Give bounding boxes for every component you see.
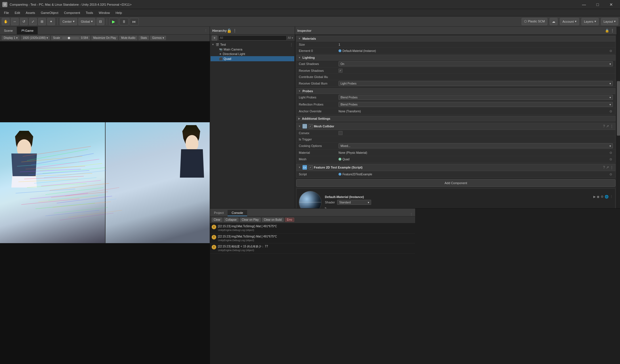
anchor-override-btn[interactable]: ⊙ [608,109,613,113]
project-tab[interactable]: Project [210,210,228,216]
mesh-collider-checkbox[interactable]: ✓ [309,124,313,128]
mesh-collider-expand-btn[interactable]: ↗ [606,124,609,128]
menu-component[interactable]: Component [61,10,83,16]
feature2d-header[interactable]: ▼ C# ✓ Feature 2D Test Example (Script) … [296,164,615,171]
convex-checkbox[interactable] [339,131,342,135]
material-eye-btn[interactable]: ◉ [597,195,600,199]
material-gear-btn[interactable]: ⚙ [601,195,604,199]
material-menu-btn[interactable]: ⋮ [610,195,613,199]
feature2d-expand-btn[interactable]: ↗ [606,165,609,169]
receive-shadows-checkbox[interactable]: ✓ [339,69,342,73]
menu-edit[interactable]: Edit [12,10,23,16]
light-probes-dropdown[interactable]: Blend Probes ▾ [339,95,613,100]
hierarchy-scene-root[interactable]: ▼ 🎬 Test ⋮ [211,42,294,47]
hierarchy-options-icon[interactable]: ⋮ [233,28,237,33]
minimize-button[interactable]: — [577,0,590,9]
hand-tool[interactable]: ✋ [2,18,10,25]
feature2d-menu-btn[interactable]: ⋮ [610,165,613,169]
scene-tab[interactable]: Scene [0,27,17,35]
log-entry-1[interactable]: ! [22:15:23] img1Mat.ToString() Mat [ 49… [210,223,415,233]
material-globe-btn[interactable]: 🌐 [605,195,609,199]
play-button[interactable]: ▶ [109,18,118,25]
viewport-options[interactable]: ⋮ [202,29,210,32]
maximize-on-play-btn[interactable]: Maximize On Play [91,36,118,40]
quad-menu-btn[interactable]: ⋮ [290,57,293,61]
scale-control[interactable]: Scale 0.584 [51,36,90,40]
shader-dropdown[interactable]: Standard ▾ [337,200,371,205]
collapse-btn[interactable]: Collapse [224,218,239,222]
material-play-btn[interactable]: ▶ [593,195,596,199]
transform-tool[interactable]: ✦ [47,18,55,25]
console-tab[interactable]: Console [228,210,247,216]
scene-name: Test [220,43,226,46]
feature2d-checkbox[interactable]: ✓ [309,165,313,169]
resolution-dropdown[interactable]: 1920 (1920x1080) ▾ [21,36,50,40]
menu-gameobject[interactable]: GameObject [38,10,61,16]
element0-select-btn[interactable]: ⊙ [608,49,613,53]
plastic-scm-button[interactable]: ⬡ Plastic SCM [522,18,547,25]
close-button[interactable]: ✕ [605,0,618,9]
rotate-tool[interactable]: ↺ [20,18,28,25]
layout-dropdown[interactable]: Layout ▾ [601,18,618,25]
layers-dropdown[interactable]: Layers ▾ [581,18,599,25]
hierarchy-item-camera[interactable]: 📷 Main Camera [211,47,294,52]
log-entry-2[interactable]: ! [22:15:23] img2Mat.ToString() Mat [ 49… [210,233,415,244]
menu-help[interactable]: Help [113,10,125,16]
console-tab-options[interactable]: ⋮ [407,212,415,216]
cast-shadows-dropdown[interactable]: On ▾ [339,61,613,66]
cooking-options-dropdown[interactable]: Mixed... ▾ [339,143,613,148]
lighting-label: Lighting [302,56,315,59]
grid-snap-tool[interactable]: ⊟ [96,18,104,25]
game-tab[interactable]: 🎮 Game [17,27,38,35]
scale-tool[interactable]: ⤢ [29,18,37,25]
mesh-collider-menu-btn[interactable]: ⋮ [610,124,613,128]
material-header-btns: ▶ ◉ ⚙ 🌐 ⋮ [593,195,613,199]
clear-btn[interactable]: Clear [212,218,222,222]
maximize-button[interactable]: □ [591,0,604,9]
probes-section-content: Light Probes Blend Probes ▾ Reflection P… [296,94,615,115]
receive-global-dropdown[interactable]: Light Probes ▾ [339,81,613,86]
scene-menu-btn[interactable]: ⋮ [290,43,293,47]
mesh-btn[interactable]: ⊙ [608,157,613,161]
display-dropdown[interactable]: Display 1 ▾ [2,36,20,40]
cloud-button[interactable]: ☁ [550,18,558,25]
collider-material-btn[interactable]: ⊙ [608,150,613,155]
account-dropdown[interactable]: Account ▾ [560,18,579,25]
log-entry-3[interactable]: ! [22:15:23] 相似度 < 15 的点有多少： 77 UnityEng… [210,243,415,254]
inspector-lock-icon[interactable]: 🔒 [605,29,609,33]
stats-btn[interactable]: Stats [138,36,149,40]
inspector-scrollbar[interactable] [617,27,620,208]
reflection-probes-dropdown[interactable]: Blend Probes ▾ [339,102,613,107]
mesh-collider-help-btn[interactable]: ? [603,124,605,128]
inspector-options-icon[interactable]: ⋮ [610,28,614,33]
pause-button[interactable]: ⏸ [119,18,129,25]
feature2d-help-btn[interactable]: ? [603,165,605,169]
step-button[interactable]: ⏭ [130,18,139,25]
menu-file[interactable]: File [1,10,12,16]
hierarchy-item-quad[interactable]: ⬛ Quad ⋮ [211,56,294,61]
mesh-collider-header[interactable]: ▼ ✓ Mesh Collider ? ↗ [296,123,615,130]
hierarchy-item-light[interactable]: ☀ Directional Light [211,52,294,56]
hierarchy-add-button[interactable]: + [212,35,217,41]
additional-section-header[interactable]: ▶ Additional Settings [296,116,615,121]
menu-tools[interactable]: Tools [83,10,96,16]
clear-on-build-btn[interactable]: Clear on Build [262,218,284,222]
mute-audio-btn[interactable]: Mute Audio [119,36,137,40]
add-component-button[interactable]: Add Component [296,179,615,187]
hierarchy-lock-icon[interactable]: 🔒 [227,28,232,33]
hierarchy-search-input[interactable] [218,35,287,41]
transform-global-dropdown[interactable]: Global ▾ [78,18,95,25]
clear-on-play-btn[interactable]: Clear on Play [240,218,261,222]
script-btn[interactable]: ⊙ [608,172,613,176]
error-filter-btn[interactable]: Erro [285,218,294,222]
transform-center-dropdown[interactable]: Center ▾ [60,18,77,25]
layout-label: Layout [604,20,613,23]
materials-section-header[interactable]: ▼ Materials [296,36,615,41]
rect-tool[interactable]: ⊞ [38,18,46,25]
gizmos-btn[interactable]: Gizmos ▾ [150,36,166,40]
lighting-section-header[interactable]: ▼ Lighting [296,55,615,60]
menu-assets[interactable]: Assets [23,10,38,16]
move-tool[interactable]: ↔ [11,18,19,25]
menu-window[interactable]: Window [96,10,113,16]
probes-section-header[interactable]: ▼ Probes [296,88,615,94]
